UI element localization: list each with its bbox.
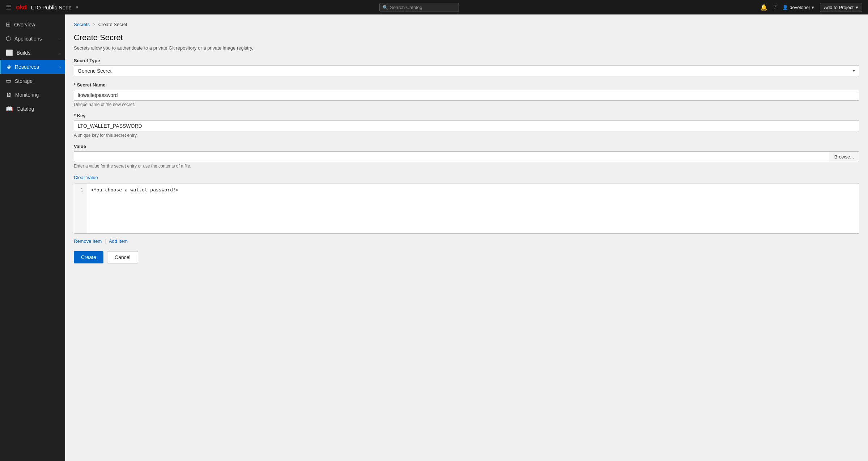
cancel-button[interactable]: Cancel [107,251,138,263]
sidebar-label-catalog: Catalog [17,106,34,112]
applications-chevron-icon: › [59,37,61,41]
item-action-separator: | [105,238,106,244]
hamburger-icon[interactable]: ☰ [6,3,12,11]
builds-icon: ⬜ [6,49,13,56]
key-label: * Key [74,113,859,118]
breadcrumb: Secrets > Create Secret [74,22,859,27]
key-input[interactable] [74,120,859,131]
sidebar-label-builds: Builds [17,50,30,56]
secret-type-label: Secret Type [74,58,859,63]
overview-icon: ⊞ [6,21,10,28]
secret-name-group: * Secret Name Unique name of the new sec… [74,82,859,107]
clear-value-link[interactable]: Clear Value [74,175,98,180]
add-to-project-button[interactable]: Add to Project ▾ [820,3,862,12]
breadcrumb-current: Create Secret [98,22,127,27]
page-title: Create Secret [74,33,859,42]
search-icon: 🔍 [382,5,388,10]
sidebar-item-catalog[interactable]: 📖 Catalog [0,102,65,116]
secret-name-helper: Unique name of the new secret. [74,102,859,107]
code-line-numbers: 1 [74,183,87,233]
bell-icon[interactable]: 🔔 [760,4,767,11]
user-caret-icon: ▾ [812,5,814,10]
secret-name-label: * Secret Name [74,82,859,88]
main-content: Secrets > Create Secret Create Secret Se… [65,14,868,461]
sidebar-label-storage: Storage [15,78,33,84]
project-name: LTO Public Node [31,4,72,10]
value-group: Value Browse... Enter a value for the se… [74,144,859,169]
applications-icon: ⬡ [6,35,11,42]
sidebar-item-storage[interactable]: ▭ Storage [0,74,65,88]
top-nav-center: 🔍 [379,3,459,12]
main-layout: ⊞ Overview ⬡ Applications › ⬜ Builds › ◈… [0,14,868,461]
browse-button[interactable]: Browse... [829,151,859,162]
sidebar-label-applications: Applications [14,36,42,42]
sidebar-item-applications[interactable]: ⬡ Applications › [0,31,65,46]
project-dropdown-icon[interactable]: ▾ [76,5,78,10]
monitoring-icon: 🖥 [6,92,12,98]
sidebar-label-overview: Overview [14,22,35,28]
resources-icon: ◈ [7,63,11,70]
key-group: * Key A unique key for this secret entry… [74,113,859,138]
item-actions: Remove Item | Add Item [74,238,859,244]
sidebar-item-builds[interactable]: ⬜ Builds › [0,46,65,60]
user-icon: 👤 [782,5,788,10]
value-input[interactable] [74,151,829,162]
breadcrumb-parent-link[interactable]: Secrets [74,22,90,27]
storage-icon: ▭ [6,77,11,84]
secret-type-select-wrapper: Generic Secret Source Secret Image Secre… [74,65,859,76]
add-to-project-label: Add to Project [824,5,854,10]
user-label: developer [790,5,810,10]
catalog-icon: 📖 [6,105,13,112]
line-number-1: 1 [78,186,83,194]
add-item-link[interactable]: Add Item [109,238,128,244]
user-menu[interactable]: 👤 developer ▾ [782,5,814,10]
value-input-wrapper: Browse... [74,151,859,162]
help-icon[interactable]: ? [773,4,776,10]
logo: okd [16,4,26,11]
builds-chevron-icon: › [59,51,61,55]
form-buttons: Create Cancel [74,251,859,263]
code-content[interactable]: <You choose a wallet password!> [87,183,859,233]
code-editor[interactable]: 1 <You choose a wallet password!> [74,183,859,234]
sidebar: ⊞ Overview ⬡ Applications › ⬜ Builds › ◈… [0,14,65,461]
search-input[interactable] [379,3,459,12]
create-button[interactable]: Create [74,251,103,263]
secret-name-input[interactable] [74,90,859,101]
top-nav: ☰ okd LTO Public Node ▾ 🔍 🔔 ? 👤 develope… [0,0,868,14]
search-wrapper: 🔍 [379,3,459,12]
secret-type-select[interactable]: Generic Secret Source Secret Image Secre… [74,65,859,76]
key-helper: A unique key for this secret entry. [74,133,859,138]
create-secret-form: Secret Type Generic Secret Source Secret… [74,58,859,263]
top-nav-right: 🔔 ? 👤 developer ▾ Add to Project ▾ [760,3,862,12]
remove-item-link[interactable]: Remove Item [74,238,102,244]
resources-chevron-icon: › [59,65,61,69]
sidebar-item-monitoring[interactable]: 🖥 Monitoring [0,88,65,102]
value-label: Value [74,144,859,149]
sidebar-label-monitoring: Monitoring [15,92,39,98]
sidebar-item-overview[interactable]: ⊞ Overview [0,17,65,31]
secret-type-group: Secret Type Generic Secret Source Secret… [74,58,859,76]
top-nav-left: ☰ okd LTO Public Node ▾ [6,3,78,11]
page-description: Secrets allow you to authenticate to a p… [74,45,859,51]
sidebar-item-resources[interactable]: ◈ Resources › [0,60,65,74]
add-to-project-caret-icon: ▾ [856,5,858,10]
breadcrumb-separator: > [93,22,95,27]
sidebar-label-resources: Resources [15,64,39,70]
value-helper: Enter a value for the secret entry or us… [74,164,859,169]
